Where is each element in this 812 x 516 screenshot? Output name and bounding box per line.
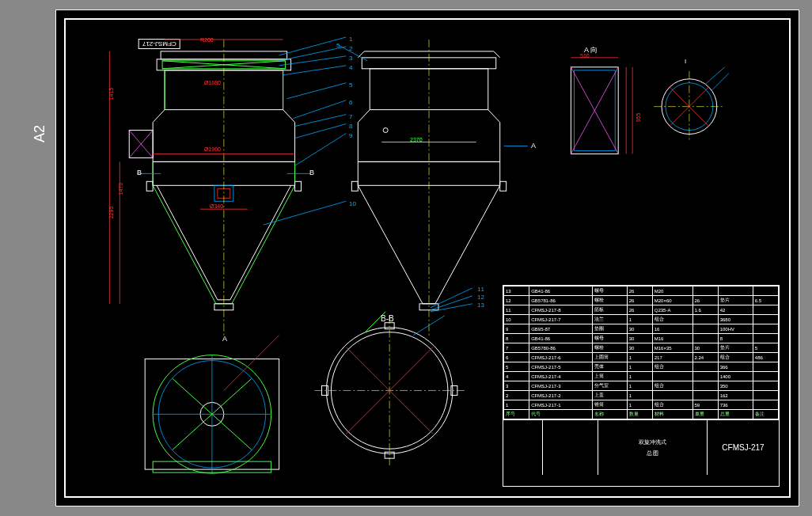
leader-9: 9	[349, 132, 352, 139]
svg-rect-8	[129, 131, 153, 158]
svg-rect-20	[295, 181, 302, 191]
svg-rect-0	[161, 51, 286, 59]
svg-line-74	[173, 378, 252, 450]
label-arrow-a2: A	[222, 335, 227, 343]
svg-rect-43	[351, 181, 358, 191]
svg-rect-2	[162, 61, 285, 69]
svg-point-60	[666, 83, 713, 131]
svg-line-32	[287, 83, 347, 99]
svg-line-54	[571, 67, 618, 154]
leader-4: 4	[349, 64, 352, 71]
drawing-frame: CFMSJ-217	[55, 9, 799, 507]
svg-rect-5	[165, 70, 283, 110]
svg-line-47	[338, 45, 367, 61]
svg-line-30	[279, 56, 347, 66]
sheet-tag: CFMSJ-217	[138, 39, 180, 49]
leader-5b: 5	[349, 82, 352, 89]
inner-border: CFMSJ-217	[64, 18, 791, 498]
svg-point-59	[662, 79, 717, 135]
title-block: 13GB41-86螺母26M2012GB5781-86螺栓26M20×6026垫…	[503, 285, 780, 487]
svg-line-63	[670, 87, 709, 127]
label-arrow-a: A	[531, 142, 536, 150]
leader-2: 2	[349, 45, 352, 52]
sheet-size-label: A2	[32, 125, 48, 142]
svg-line-37	[264, 201, 347, 225]
title-main: 双旋冲洗式 总 图	[598, 420, 708, 475]
dim-a3: 955	[636, 113, 641, 123]
leader-13: 13	[477, 302, 484, 309]
svg-point-69	[158, 361, 266, 469]
dim-h6: 2370	[410, 137, 423, 142]
svg-rect-83	[321, 385, 328, 395]
svg-line-35	[295, 124, 347, 138]
leader-1: 1	[349, 36, 352, 43]
label-section-bb: B-B	[381, 314, 394, 323]
svg-line-31	[283, 66, 347, 75]
dim-h1: R200	[200, 37, 214, 43]
svg-point-41	[383, 128, 388, 133]
svg-rect-16	[214, 185, 233, 201]
dim-h4: Ø340	[210, 203, 223, 209]
title-sig-col	[543, 420, 598, 475]
svg-line-50	[431, 296, 472, 310]
svg-rect-17	[218, 188, 230, 198]
dim-h2: Ø1680	[204, 80, 221, 85]
bom-table: 13GB41-86螺母26M2012GB5781-86螺栓26M20×6026垫…	[503, 286, 779, 419]
svg-rect-18	[214, 304, 233, 310]
svg-rect-11	[153, 161, 294, 185]
leader-11: 11	[477, 286, 484, 293]
svg-line-3	[162, 61, 285, 69]
svg-line-36	[295, 134, 347, 166]
svg-line-65	[705, 67, 725, 85]
svg-rect-81	[385, 323, 394, 329]
label-detail-i: I	[685, 58, 686, 65]
drawing-name: 双旋冲洗式	[639, 438, 666, 446]
svg-line-66	[711, 74, 729, 91]
svg-line-55	[571, 67, 618, 154]
svg-rect-67	[145, 359, 279, 470]
svg-line-33	[294, 101, 347, 119]
svg-line-10	[129, 131, 153, 158]
drawing-code: CFMSJ-217	[722, 443, 764, 452]
svg-rect-75	[153, 461, 271, 472]
leader-12: 12	[477, 294, 484, 301]
svg-line-9	[129, 131, 153, 158]
svg-line-76	[224, 336, 279, 391]
svg-line-87	[413, 316, 445, 336]
svg-rect-38	[362, 58, 495, 69]
dim-v2: 2295	[108, 207, 114, 219]
leader-3: 3	[349, 55, 352, 62]
svg-rect-39	[370, 69, 488, 110]
leader-7: 7	[349, 113, 352, 120]
svg-line-49	[431, 288, 472, 308]
dim-v3: 1470	[118, 183, 123, 195]
leader-10: 10	[349, 200, 356, 207]
svg-rect-84	[451, 385, 457, 395]
label-arrow-b-r: B	[309, 169, 314, 176]
svg-rect-44	[500, 181, 507, 191]
svg-line-73	[173, 378, 252, 450]
svg-rect-52	[571, 67, 618, 154]
svg-point-77	[326, 328, 452, 453]
svg-rect-42	[419, 304, 438, 310]
label-arrow-b-l: B	[137, 169, 142, 176]
svg-line-64	[670, 87, 709, 127]
svg-rect-40	[358, 161, 499, 185]
svg-point-68	[153, 355, 271, 474]
svg-point-70	[200, 402, 224, 426]
svg-line-51	[431, 304, 472, 312]
title-rev-col	[503, 420, 543, 475]
svg-line-4	[162, 61, 285, 69]
dim-v1: 1415	[108, 88, 114, 101]
svg-line-34	[295, 115, 347, 127]
svg-rect-53	[574, 70, 615, 151]
drawing-subtitle: 总 图	[647, 450, 659, 457]
svg-rect-19	[146, 181, 153, 191]
leader-5: 5	[336, 42, 340, 49]
svg-point-78	[331, 332, 448, 450]
svg-line-85	[346, 347, 433, 434]
svg-rect-82	[385, 452, 394, 458]
svg-rect-1	[157, 59, 290, 70]
leader-6: 6	[349, 99, 352, 106]
dim-h3: Ø1960	[204, 146, 221, 152]
